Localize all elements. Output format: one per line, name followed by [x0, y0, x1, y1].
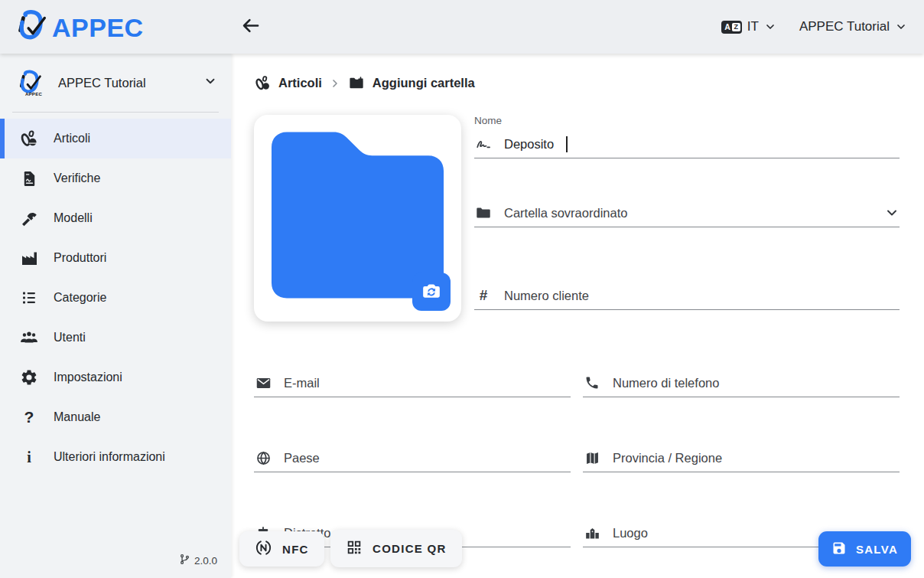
phone-icon: [583, 375, 601, 390]
sidebar-item-label: Modelli: [54, 211, 93, 225]
arrow-left-icon: [240, 15, 261, 38]
nfc-button[interactable]: NFC: [239, 531, 324, 567]
folder-image-card[interactable]: [254, 115, 461, 322]
climbing-gear-icon: [254, 74, 272, 92]
signature-icon: [474, 136, 493, 152]
breadcrumb-parent-label: Articoli: [278, 76, 322, 90]
folder-icon: [474, 204, 493, 221]
sidebar-item-utenti[interactable]: Utenti: [0, 318, 231, 358]
sidebar-item-manuale[interactable]: ? Manuale: [0, 397, 231, 437]
qr-button-label: CODICE QR: [373, 542, 447, 555]
list-icon: [19, 288, 39, 308]
save-button-label: SALVA: [856, 543, 898, 556]
hammer-icon: [19, 208, 39, 228]
translate-icon: A Z: [721, 21, 742, 34]
chevron-down-icon: [895, 21, 907, 33]
document-check-icon: [19, 168, 39, 188]
git-branch-icon: [179, 554, 190, 567]
sidebar-item-modelli[interactable]: Modelli: [0, 198, 231, 238]
sidebar-item-label: Utenti: [54, 331, 86, 345]
chevron-down-icon: [884, 205, 900, 220]
app-root: APPEC A Z IT APPEC Tutorial: [0, 0, 924, 578]
sidebar-item-verifiche[interactable]: Verifiche: [0, 158, 231, 198]
qr-code-icon: [346, 539, 363, 558]
name-value: Deposito: [504, 137, 554, 152]
sidebar: APPEC APPEC Tutorial Articoli: [0, 54, 231, 578]
climbing-gear-icon: [19, 129, 39, 149]
breadcrumb: Articoli Aggiungi cartella: [254, 74, 475, 92]
parent-folder-select[interactable]: Cartella sovraordinato: [474, 199, 900, 227]
phone-input[interactable]: Numero di telefono: [583, 369, 900, 397]
version-number: 2.0.0: [194, 555, 217, 567]
workspace-switcher[interactable]: APPEC APPEC Tutorial: [0, 54, 231, 104]
name-input[interactable]: Deposito: [474, 130, 900, 158]
sidebar-nav: Articoli Verifiche: [0, 119, 231, 477]
email-input[interactable]: E-mail: [254, 369, 571, 397]
sidebar-item-label: Ulteriori informazioni: [54, 450, 165, 464]
customer-number-input[interactable]: # Numero cliente: [474, 282, 900, 310]
region-input[interactable]: Provincia / Regione: [583, 444, 900, 472]
sidebar-item-ulteriori-informazioni[interactable]: i Ulteriori informazioni: [0, 437, 231, 477]
appec-logo-icon: [14, 8, 49, 47]
factory-icon: [19, 248, 39, 268]
name-label: Nome: [474, 115, 502, 126]
top-header: APPEC A Z IT APPEC Tutorial: [0, 0, 924, 54]
save-icon: [831, 540, 847, 558]
language-selector[interactable]: A Z IT: [721, 19, 776, 34]
region-placeholder: Provincia / Regione: [613, 451, 722, 465]
camera-refresh-icon: [421, 281, 441, 303]
envelope-icon: [254, 375, 272, 391]
country-placeholder: Paese: [284, 451, 320, 465]
city-icon: [583, 525, 601, 541]
workspace-label: APPEC Tutorial: [58, 76, 146, 90]
header-actions: A Z IT APPEC Tutorial: [721, 0, 907, 54]
sidebar-item-label: Produttori: [54, 251, 106, 265]
app-version: 2.0.0: [179, 554, 217, 567]
sidebar-divider: [12, 112, 219, 113]
appec-logo[interactable]: APPEC: [14, 8, 144, 47]
gear-icon: [19, 367, 39, 387]
appec-mini-logo-caption: APPEC: [25, 92, 42, 96]
sidebar-item-label: Categorie: [54, 291, 106, 305]
main-content: Articoli Aggiungi cartella: [231, 54, 924, 578]
sidebar-item-label: Impostazioni: [54, 371, 122, 384]
back-button[interactable]: [239, 15, 262, 38]
account-label: APPEC Tutorial: [799, 19, 890, 34]
appec-logo-text: APPEC: [52, 13, 144, 43]
sidebar-item-label: Verifiche: [54, 171, 100, 185]
sidebar-item-produttori[interactable]: Produttori: [0, 238, 231, 278]
save-button[interactable]: SALVA: [818, 531, 911, 567]
text-cursor: [566, 136, 568, 152]
parent-folder-placeholder: Cartella sovraordinato: [504, 206, 627, 220]
breadcrumb-current: Aggiungi cartella: [348, 74, 475, 92]
question-icon: ?: [19, 408, 39, 426]
qr-code-button[interactable]: CODICE QR: [330, 530, 462, 567]
nfc-button-label: NFC: [282, 543, 309, 556]
phone-placeholder: Numero di telefono: [613, 376, 719, 390]
hash-icon: #: [474, 287, 493, 304]
breadcrumb-current-label: Aggiungi cartella: [373, 76, 475, 90]
email-placeholder: E-mail: [284, 376, 320, 390]
map-icon: [583, 450, 601, 466]
place-placeholder: Luogo: [613, 526, 648, 540]
globe-icon: [254, 450, 272, 466]
sidebar-item-label: Manuale: [54, 410, 100, 424]
info-icon: i: [19, 449, 39, 466]
account-menu[interactable]: APPEC Tutorial: [799, 19, 907, 34]
sidebar-item-categorie[interactable]: Categorie: [0, 278, 231, 318]
appec-mini-logo-icon: APPEC: [15, 69, 44, 96]
customer-number-placeholder: Numero cliente: [504, 289, 589, 303]
change-photo-button[interactable]: [412, 273, 451, 311]
language-code: IT: [747, 19, 759, 34]
users-icon: [19, 328, 39, 348]
sidebar-item-label: Articoli: [54, 132, 90, 145]
chevron-right-icon: [329, 77, 341, 90]
nfc-icon: [255, 539, 272, 559]
breadcrumb-articoli[interactable]: Articoli: [254, 74, 322, 92]
sidebar-item-articoli[interactable]: Articoli: [0, 119, 231, 158]
folder-plus-icon: [348, 74, 366, 92]
chevron-down-icon: [764, 21, 776, 33]
chevron-down-icon: [203, 74, 217, 91]
sidebar-item-impostazioni[interactable]: Impostazioni: [0, 358, 231, 397]
country-input[interactable]: Paese: [254, 444, 571, 472]
